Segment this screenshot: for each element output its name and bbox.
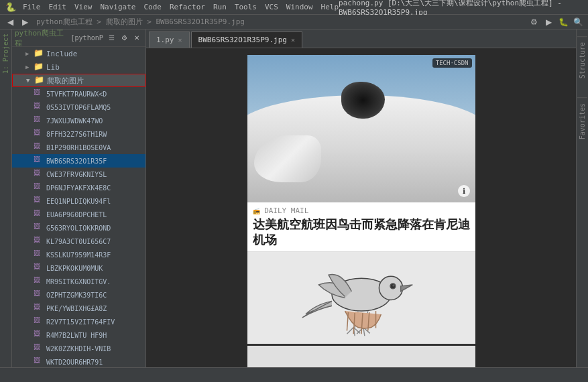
tab-image-close[interactable]: ✕ — [291, 36, 295, 44]
menu-refactor[interactable]: Refactor — [170, 3, 205, 11]
sidebar-item-label: 5TVFKT7RAURWX<D — [46, 90, 107, 98]
file-icon: 🖼 — [34, 88, 44, 99]
sidebar-item-label: G563RYOLIOKKROND — [46, 225, 111, 232]
news-header: 📻 DAILY MAIL 达美航空航班因鸟击而紧急降落在肯尼迪机场 — [247, 202, 475, 252]
sidebar-item-file-9[interactable]: 🖼 EEQ1NPLDIQKU94Fl — [12, 194, 145, 208]
bird-images: 来源:/崩砖 48589 — [247, 252, 475, 367]
tab-1py[interactable]: 1.py ✕ — [149, 31, 190, 48]
sidebar-item-images-folder[interactable]: ▼ 📁 爬取的图片 — [12, 74, 145, 87]
sidebar-item-label: 7JWXUJWDWK47WO — [46, 117, 103, 125]
sidebar-item-file-12[interactable]: 🖼 KL79A3CT0UI656C7 — [12, 235, 145, 248]
left-panel-tabs: 1: Project — [0, 29, 12, 367]
sidebar-collapse-btn[interactable]: ☰ — [106, 32, 117, 44]
sidebar-item-file-8[interactable]: 🖼 DP6NJFYAKFXK4E8C — [12, 181, 145, 194]
image-viewer: TECH·CSDN ℹ 📻 DAILY MAIL 达美航空航班因鸟击而紧急降落在… — [146, 48, 576, 367]
favorites-tab[interactable]: Favorites — [577, 97, 587, 145]
menu-help[interactable]: Help — [321, 3, 339, 11]
menu-window[interactable]: Window — [286, 3, 313, 11]
sidebar-item-file-16[interactable]: 🖼 OZPHTZGMK39TI6C — [12, 288, 145, 302]
menu-tools[interactable]: Tools — [235, 3, 257, 11]
file-icon: 🖼 — [34, 276, 44, 287]
sidebar-item-file-4[interactable]: 🖼 8FFH32Z7S6TH1RW — [12, 127, 145, 141]
sidebar-item-file-21[interactable]: 🖼 WKTD2OUR6HR791 — [12, 355, 145, 367]
folder-icon: 📁 — [34, 48, 44, 59]
menu-vcs[interactable]: VCS — [265, 3, 278, 11]
menu-file[interactable]: File — [23, 3, 41, 11]
sidebar-item-include[interactable]: ▶ 📁 Include — [12, 47, 145, 60]
sidebar-item-label: WKTD2OUR6HR791 — [46, 359, 103, 366]
sidebar-item-file-11[interactable]: 🖼 G563RYOLIOKKROND — [12, 221, 145, 235]
sidebar-item-file-20[interactable]: 🖼 W2K0ZZKHDIH-VNIB — [12, 342, 145, 355]
menu-edit[interactable]: Edit — [49, 3, 67, 11]
sidebar-item-label: Lib — [46, 63, 60, 72]
project-tab[interactable]: 1: Project — [1, 29, 11, 78]
file-icon: 🖼 — [34, 102, 44, 113]
info-icon: ℹ — [458, 185, 470, 197]
sidebar-item-file-19[interactable]: 🖼 R4M7B2LWTU HF9H — [12, 328, 145, 342]
file-icon: 🖼 — [34, 236, 44, 247]
app-icon: 🐍 — [5, 2, 16, 12]
file-icon: 🖼 — [34, 115, 44, 126]
toolbar-settings[interactable]: ⚙ — [528, 16, 540, 28]
sidebar-item-file-14[interactable]: 🖼 LBZKPKOKUM0MUK — [12, 261, 145, 275]
file-icon: 🖼 — [34, 249, 44, 260]
sidebar-item-label: LBZKPKOKUM0MUK — [46, 265, 103, 272]
sidebar-item-label: W2K0ZZKHDIH-VNIB — [46, 345, 111, 353]
toolbar-forward[interactable]: ▶ — [19, 16, 31, 28]
tab-1py-close[interactable]: ✕ — [178, 36, 182, 44]
toolbar-back[interactable]: ◀ — [4, 16, 16, 28]
sidebar-settings-btn[interactable]: ⚙ — [119, 32, 130, 44]
file-icon: 🖼 — [34, 155, 44, 166]
sidebar-item-lib[interactable]: ▶ 📁 Lib — [12, 60, 145, 74]
editor-area: 1: Project python爬虫工程 [pythonP ☰ ⚙ ✕ ▶ 📁 — [0, 29, 588, 367]
menu-code[interactable]: Code — [143, 3, 162, 11]
project-label: python爬虫工程 — [15, 29, 68, 48]
sidebar-item-file-1[interactable]: 🖼 5TVFKT7RAURWX<D — [12, 87, 145, 101]
menu-navigate[interactable]: Navigate — [101, 3, 136, 11]
window-title: pachong.py [D:\大三\大三下期\课程设计\python爬虫工程] … — [339, 0, 583, 17]
app-window: 🐍 File Edit View Navigate Code Refactor … — [0, 0, 588, 382]
toolbar-run[interactable]: ▶ — [542, 16, 554, 28]
bird-sketch-1 — [247, 252, 475, 346]
toolbar-search[interactable]: 🔍 — [572, 16, 584, 28]
sidebar-item-label: 爬取的图片 — [47, 76, 84, 86]
sidebar-item-file-18[interactable]: 🖼 R2V7T15V2IT764FIV — [12, 315, 145, 328]
sidebar-item-file-13[interactable]: 🖼 KSSLKU7959M14R3F — [12, 248, 145, 261]
arrow-icon: ▶ — [25, 50, 34, 57]
breadcrumb: python爬虫工程 > 爬取的图片 > BWB6SRS32O1R35P9.jp… — [36, 17, 245, 27]
sidebar-item-file-15[interactable]: 🖼 MR9SITKGXNOITGV. — [12, 275, 145, 288]
sidebar-item-label: BWB6SRS32O1R35F — [46, 157, 107, 165]
sidebar-item-label: CWE37FRVGKNIYSL — [46, 171, 107, 178]
sidebar-item-file-selected[interactable]: 🖼 BWB6SRS32O1R35F — [12, 154, 145, 168]
tab-image[interactable]: BWB6SRS32O1R35P9.jpg ✕ — [191, 31, 302, 48]
damage-hole — [341, 82, 385, 119]
toolbar: ◀ ▶ python爬虫工程 > 爬取的图片 > BWB6SRS32O1R35P… — [0, 15, 588, 29]
file-icon: 🖼 — [34, 129, 44, 139]
sidebar-item-file-2[interactable]: 🖼 0S53IVTOP6FLAMQ5 — [12, 101, 145, 114]
sidebar-item-file-7[interactable]: 🖼 CWE37FRVGKNIYSL — [12, 168, 145, 181]
menu-run[interactable]: Run — [213, 3, 227, 11]
sidebar-item-label: R4M7B2LWTU HF9H — [46, 332, 107, 339]
tab-1py-label: 1.py — [156, 36, 174, 44]
image-container: TECH·CSDN ℹ 📻 DAILY MAIL 达美航空航班因鸟击而紧急降落在… — [247, 55, 475, 367]
menu-view[interactable]: View — [74, 3, 93, 11]
sidebar-close-btn[interactable]: ✕ — [131, 32, 143, 44]
toolbar-debug[interactable]: 🐛 — [557, 16, 569, 28]
sidebar: python爬虫工程 [pythonP ☰ ⚙ ✕ ▶ 📁 Include — [12, 29, 146, 367]
file-icon: 🖼 — [34, 182, 44, 193]
content-area: 1.py ✕ BWB6SRS32O1R35P9.jpg ✕ — [146, 29, 576, 367]
sidebar-item-file-3[interactable]: 🖼 7JWXUJWDWK47WO — [12, 114, 145, 127]
sidebar-item-label: B1P290RH1BOSE0VA — [46, 144, 111, 151]
right-side-tabs: Structure Favorites — [576, 29, 588, 367]
bird-sketch-2: 来源:/崩砖 48589 — [247, 346, 475, 367]
sidebar-item-label: MR9SITKGXNOITGV. — [46, 278, 111, 285]
sidebar-item-label: R2V7T15V2IT764FIV — [46, 318, 115, 326]
file-tree: ▶ 📁 Include ▶ 📁 Lib ▼ 📁 爬取的图片 — [12, 47, 145, 367]
sidebar-item-file-5[interactable]: 🖼 B1P290RH1BOSE0VA — [12, 141, 145, 154]
source-badge: TECH·CSDN — [432, 58, 472, 68]
sidebar-item-file-17[interactable]: 🖼 PKE/YWBIXHG£A8Z — [12, 302, 145, 315]
structure-tab[interactable]: Structure — [577, 36, 587, 84]
status-bar — [0, 367, 588, 382]
sidebar-item-file-10[interactable]: 🖼 EUA6P9G0DPCHETL — [12, 208, 145, 221]
sidebar-item-label: 8FFH32Z7S6TH1RW — [46, 131, 107, 138]
